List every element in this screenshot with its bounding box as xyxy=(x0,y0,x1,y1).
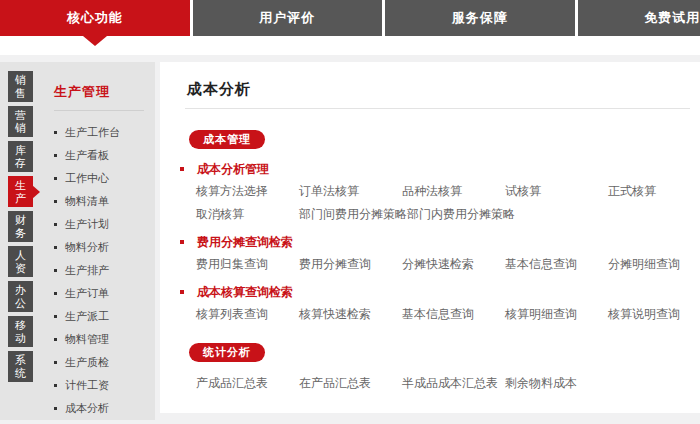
feature-link[interactable]: 取消核算 xyxy=(196,206,299,222)
rail-item-char: 售 xyxy=(15,87,26,100)
rail-item-char: 生 xyxy=(15,179,26,192)
rail-item[interactable]: 移动 xyxy=(8,316,33,347)
bullet-icon xyxy=(54,384,57,387)
submenu-item-label: 工作中心 xyxy=(65,171,109,186)
bullet-icon xyxy=(54,361,57,364)
category-badge: 成本管理 xyxy=(189,130,265,149)
section-heading: 费用分摊查询检索 xyxy=(180,235,690,249)
bullet-icon xyxy=(54,315,57,318)
feature-link[interactable]: 部门内费用分摊策略 xyxy=(407,206,515,222)
submenu-item-label: 物料管理 xyxy=(65,332,109,347)
nav-tab[interactable]: 服务保障 xyxy=(385,0,575,36)
bullet-icon xyxy=(54,269,57,272)
feature-link[interactable]: 剩余物料成本 xyxy=(505,375,608,391)
feature-link[interactable]: 品种法核算 xyxy=(402,183,505,199)
link-row: 核算列表查询核算快速检索基本信息查询核算明细查询核算说明查询 xyxy=(180,306,690,322)
submenu-item[interactable]: 生产看板 xyxy=(54,144,155,167)
rail-item-char: 人 xyxy=(15,249,26,262)
page-body: 销售营销库存生产财务人资办公移动系统 生产管理 生产工作台生产看板工作中心物料清… xyxy=(0,55,700,424)
bullet-icon xyxy=(54,338,57,341)
rail-item-char: 公 xyxy=(15,297,26,310)
submenu-item[interactable]: 生产质检 xyxy=(54,351,155,374)
feature-link[interactable]: 产成品汇总表 xyxy=(196,375,299,391)
top-nav: 核心功能用户评价服务保障免费试用 xyxy=(0,0,700,36)
nav-tab[interactable]: 用户评价 xyxy=(193,0,383,36)
rail-item[interactable]: 库存 xyxy=(8,141,33,172)
submenu-item-label: 物料清单 xyxy=(65,194,109,209)
feature-link[interactable]: 正式核算 xyxy=(608,183,700,199)
submenu-item-label: 生产质检 xyxy=(65,355,109,370)
rail-item[interactable]: 办公 xyxy=(8,281,33,312)
feature-section: 产成品汇总表在产品汇总表半成品成本汇总表剩余物料成本 xyxy=(180,375,690,391)
content-panel: 成本分析 成本管理成本分析管理核算方法选择订单法核算品种法核算试核算正式核算取消… xyxy=(160,62,700,413)
feature-link[interactable]: 核算明细查询 xyxy=(505,306,608,322)
rail-item-char: 办 xyxy=(15,284,26,297)
feature-link[interactable]: 核算列表查询 xyxy=(196,306,299,322)
bullet-icon xyxy=(54,200,57,203)
link-row: 核算方法选择订单法核算品种法核算试核算正式核算 xyxy=(180,183,690,199)
submenu-item[interactable]: 生产订单 xyxy=(54,282,155,305)
section-heading: 成本核算查询检索 xyxy=(180,285,690,299)
link-row: 费用归集查询费用分摊查询分摊快速检索基本信息查询分摊明细查询 xyxy=(180,256,690,272)
feature-link[interactable]: 订单法核算 xyxy=(299,183,402,199)
section-heading-label: 费用分摊查询检索 xyxy=(197,234,293,251)
rail-item[interactable]: 系统 xyxy=(8,351,33,382)
nav-tab-active[interactable]: 核心功能 xyxy=(0,0,190,36)
section-heading-label: 成本核算查询检索 xyxy=(197,284,293,301)
submenu-item[interactable]: 生产排产 xyxy=(54,259,155,282)
rail-item[interactable]: 销售 xyxy=(8,71,33,102)
feature-link[interactable]: 核算说明查询 xyxy=(608,306,700,322)
feature-link[interactable]: 分摊明细查询 xyxy=(608,256,700,272)
rail-item-char: 务 xyxy=(15,227,26,240)
feature-link[interactable]: 基本信息查询 xyxy=(505,256,608,272)
submenu-item-label: 生产排产 xyxy=(65,263,109,278)
submenu-item-label: 生产工作台 xyxy=(65,125,120,140)
submenu-item[interactable]: 物料清单 xyxy=(54,190,155,213)
submenu-item[interactable]: 物料分析 xyxy=(54,236,155,259)
submenu-item-label: 生产看板 xyxy=(65,148,109,163)
rail-item-char: 产 xyxy=(15,192,26,205)
feature-link[interactable]: 在产品汇总表 xyxy=(299,375,402,391)
rail-item[interactable]: 生产 xyxy=(8,176,33,207)
rail-item-char: 系 xyxy=(15,354,26,367)
bullet-icon xyxy=(54,292,57,295)
feature-group: 成本管理成本分析管理核算方法选择订单法核算品种法核算试核算正式核算取消核算部门间… xyxy=(180,130,690,322)
rail-item-char: 财 xyxy=(15,214,26,227)
rail-item-char: 资 xyxy=(15,262,26,275)
sidebar: 销售营销库存生产财务人资办公移动系统 生产管理 生产工作台生产看板工作中心物料清… xyxy=(0,62,155,420)
submenu-item[interactable]: 生产派工 xyxy=(54,305,155,328)
link-row: 取消核算部门间费用分摊策略部门内费用分摊策略 xyxy=(180,206,690,222)
rail-item[interactable]: 财务 xyxy=(8,211,33,242)
feature-groups: 成本管理成本分析管理核算方法选择订单法核算品种法核算试核算正式核算取消核算部门间… xyxy=(180,130,690,391)
submenu-item-label: 生产订单 xyxy=(65,286,109,301)
submenu-item[interactable]: 成本分析 xyxy=(54,397,155,420)
feature-link[interactable]: 费用分摊查询 xyxy=(299,256,402,272)
rail-item-char: 销 xyxy=(15,122,26,135)
feature-link[interactable]: 核算方法选择 xyxy=(196,183,299,199)
feature-link[interactable]: 半成品成本汇总表 xyxy=(402,375,505,391)
feature-link[interactable]: 基本信息查询 xyxy=(402,306,505,322)
rail-item-char: 营 xyxy=(15,109,26,122)
submenu-item[interactable]: 工作中心 xyxy=(54,167,155,190)
submenu-item[interactable]: 生产工作台 xyxy=(54,121,155,144)
nav-tab[interactable]: 免费试用 xyxy=(578,0,700,36)
feature-link[interactable]: 部门间费用分摊策略 xyxy=(299,206,407,222)
rail-item-char: 销 xyxy=(15,74,26,87)
feature-link[interactable]: 分摊快速检索 xyxy=(402,256,505,272)
submenu-item[interactable]: 物料管理 xyxy=(54,328,155,351)
submenu-title: 生产管理 xyxy=(54,83,155,101)
bullet-icon xyxy=(54,407,57,410)
feature-link[interactable]: 核算快速检索 xyxy=(299,306,402,322)
rail-item[interactable]: 人资 xyxy=(8,246,33,277)
rail-item-char: 库 xyxy=(15,144,26,157)
feature-link[interactable]: 试核算 xyxy=(505,183,608,199)
feature-link[interactable]: 费用归集查询 xyxy=(196,256,299,272)
submenu-item[interactable]: 计件工资 xyxy=(54,374,155,397)
rail-item[interactable]: 营销 xyxy=(8,106,33,137)
section-heading: 成本分析管理 xyxy=(180,162,690,176)
submenu-divider xyxy=(54,110,144,111)
submenu-panel: 生产管理 生产工作台生产看板工作中心物料清单生产计划物料分析生产排产生产订单生产… xyxy=(41,62,155,420)
submenu-item-label: 物料分析 xyxy=(65,240,109,255)
submenu-item[interactable]: 生产计划 xyxy=(54,213,155,236)
bullet-icon xyxy=(180,167,184,171)
